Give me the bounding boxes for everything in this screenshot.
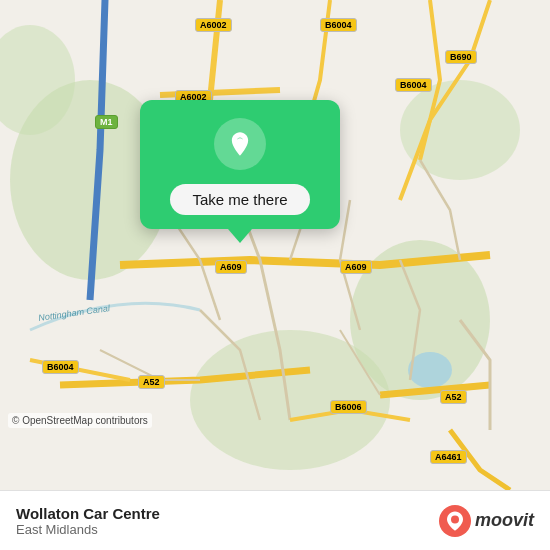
road-badge-b6004-2: B6004 — [395, 78, 432, 92]
road-badge-b6004-3: B6004 — [42, 360, 79, 374]
moovit-logo: moovit — [439, 505, 534, 537]
road-badge-a609-1: A609 — [215, 260, 247, 274]
moovit-brand-name: moovit — [475, 510, 534, 531]
svg-point-5 — [408, 352, 452, 388]
road-badge-b6004-1: B6004 — [320, 18, 357, 32]
svg-point-3 — [400, 80, 520, 180]
road-badge-m1: M1 — [95, 115, 118, 129]
moovit-logo-icon — [439, 505, 471, 537]
road-badge-a6002-1: A6002 — [195, 18, 232, 32]
svg-text:Nottingham Canal: Nottingham Canal — [0, 0, 28, 16]
road-badge-a52-2: A52 — [440, 390, 467, 404]
road-badge-a6461: A6461 — [430, 450, 467, 464]
road-badge-a609-2: A609 — [340, 260, 372, 274]
location-icon-circle — [214, 118, 266, 170]
location-info: Wollaton Car Centre East Midlands — [16, 505, 160, 537]
map-container: Nottingham Canal Nottingham Canal A6002 … — [0, 0, 550, 490]
location-pin-icon — [226, 130, 254, 158]
road-badge-a52-1: A52 — [138, 375, 165, 389]
popup-card: Take me there — [140, 100, 340, 229]
osm-attribution: © OpenStreetMap contributors — [8, 413, 152, 428]
take-me-there-button[interactable]: Take me there — [170, 184, 309, 215]
road-badge-b690: B690 — [445, 50, 477, 64]
location-name: Wollaton Car Centre — [16, 505, 160, 522]
location-region: East Midlands — [16, 522, 160, 537]
svg-point-9 — [451, 515, 459, 523]
bottom-bar: Wollaton Car Centre East Midlands moovit — [0, 490, 550, 550]
road-badge-b6006: B6006 — [330, 400, 367, 414]
